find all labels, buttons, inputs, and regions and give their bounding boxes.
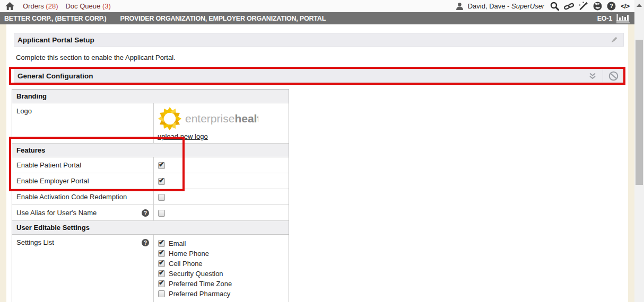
page-title: Applicant Portal Setup xyxy=(18,36,94,44)
home-icon[interactable] xyxy=(5,2,14,11)
help-icon[interactable]: ? xyxy=(142,209,149,217)
enable-patient-portal-row: Enable Patient Portal xyxy=(12,157,289,173)
row-label: Use Alias for User's Name xyxy=(16,209,97,217)
general-configuration-header[interactable]: General Configuration xyxy=(14,69,624,83)
scrollbar-up-arrow-icon[interactable] xyxy=(637,4,642,7)
enterprise-health-logo: enterprisehealth xyxy=(158,106,258,131)
enable-activation-code-label-cell: Enable Activation Code Redemption xyxy=(12,189,154,205)
context-code: EO-1 xyxy=(597,15,612,22)
scrollbar-thumb[interactable] xyxy=(636,40,643,185)
settings-list-value-cell: Email Home Phone Cell Phone Security Que… xyxy=(154,235,289,302)
section-header-actions xyxy=(589,69,623,82)
disable-circle-slash-icon[interactable] xyxy=(608,71,619,81)
enable-patient-portal-value-cell xyxy=(154,157,289,173)
logo-label: Logo xyxy=(16,107,32,115)
setting-option-preferred-time-zone: Preferred Time Zone xyxy=(158,279,284,289)
logo-row: Logo enterpris xyxy=(12,103,289,144)
link-icon[interactable] xyxy=(564,2,574,11)
row-label: Enable Employer Portal xyxy=(16,177,89,185)
checkbox-preferred-pharmacy[interactable] xyxy=(158,290,165,297)
option-label: Email xyxy=(169,239,186,247)
use-alias-label-cell: Use Alias for User's Name ? xyxy=(12,205,154,220)
section-header-divider xyxy=(603,69,603,82)
checkbox-email[interactable] xyxy=(158,240,165,247)
branding-section-header: Branding xyxy=(12,90,289,103)
option-label: Preferred Time Zone xyxy=(169,280,232,288)
orders-count-badge: (28) xyxy=(46,2,58,10)
row-label: Enable Patient Portal xyxy=(16,161,81,169)
vertical-scrollbar[interactable] xyxy=(634,0,644,302)
help-icon[interactable]: ? xyxy=(142,239,149,246)
use-alias-row: Use Alias for User's Name ? xyxy=(12,205,289,221)
nav-orders-label: Orders xyxy=(23,2,44,10)
setting-option-email: Email xyxy=(158,238,284,248)
user-icon xyxy=(456,3,463,10)
settings-list-label-cell: Settings List ? xyxy=(12,235,154,302)
page-title-bar: Applicant Portal Setup xyxy=(14,33,624,47)
setting-option-preferred-pharmacy: Preferred Pharmacy xyxy=(158,289,284,299)
features-section-header: Features xyxy=(12,144,289,157)
checkbox-use-alias[interactable] xyxy=(158,210,165,217)
enable-activation-code-row: Enable Activation Code Redemption xyxy=(12,189,289,205)
svg-text:?: ? xyxy=(610,3,613,9)
code-icon[interactable]: </> xyxy=(621,2,629,10)
logo-label-cell: Logo xyxy=(12,103,154,143)
org-types: PROVIDER ORGANIZATION, EMPLOYER ORGANIZA… xyxy=(120,15,326,22)
section-title: General Configuration xyxy=(18,72,93,80)
svg-text:enterprisehealth: enterprisehealth xyxy=(185,112,258,125)
user-name: David, Dave - xyxy=(468,2,511,10)
checkbox-cell-phone[interactable] xyxy=(158,260,165,267)
use-alias-value-cell xyxy=(154,205,289,220)
wand-icon[interactable] xyxy=(579,2,588,11)
top-bar: Orders (28) Doc Queue (3) David, Dave - … xyxy=(0,0,634,12)
enable-employer-portal-value-cell xyxy=(154,173,289,189)
settings-list-row: Settings List ? Email Home Phone Cell Ph… xyxy=(12,235,289,302)
enable-employer-portal-label-cell: Enable Employer Portal xyxy=(12,173,154,189)
search-icon[interactable] xyxy=(550,2,559,11)
checkbox-security-question[interactable] xyxy=(158,270,165,277)
checkbox-preferred-time-zone[interactable] xyxy=(158,280,165,287)
top-bar-right: David, Dave - SuperUser ? </> xyxy=(456,2,629,11)
checkbox-enable-employer-portal[interactable] xyxy=(158,178,165,185)
nav-doc-queue-label: Doc Queue xyxy=(65,2,100,10)
org-names[interactable]: BETTER CORP., (BETTER CORP.) xyxy=(4,15,107,22)
applicant-portal-config-table: Branding Logo xyxy=(12,89,289,302)
nav-orders[interactable]: Orders (28) xyxy=(23,2,58,10)
setting-option-home-phone: Home Phone xyxy=(158,248,284,259)
current-user[interactable]: David, Dave - SuperUser xyxy=(468,2,545,10)
logo-value-cell: enterprisehealth upload new logo xyxy=(154,103,289,143)
user-role: SuperUser xyxy=(511,2,544,10)
row-label: Enable Activation Code Redemption xyxy=(16,193,127,201)
enable-employer-portal-row: Enable Employer Portal xyxy=(12,173,289,189)
checkbox-enable-activation-code[interactable] xyxy=(158,194,165,201)
help-circle-icon[interactable]: ? xyxy=(607,2,616,11)
row-label: Settings List xyxy=(16,238,54,246)
option-label: Preferred Pharmacy xyxy=(169,290,230,298)
user-editable-settings-header: User Editable Settings xyxy=(12,221,289,235)
organization-bar: BETTER CORP., (BETTER CORP.) PROVIDER OR… xyxy=(0,12,634,24)
nav-doc-queue[interactable]: Doc Queue (3) xyxy=(65,2,110,10)
option-label: Cell Phone xyxy=(169,260,203,268)
setting-option-security-question: Security Question xyxy=(158,269,284,279)
globe-icon[interactable] xyxy=(593,2,602,11)
chevron-double-down-icon[interactable] xyxy=(589,73,596,79)
setting-option-cell-phone: Cell Phone xyxy=(158,259,284,269)
option-label: Home Phone xyxy=(169,250,209,257)
section-intro-text: Complete this section to enable the Appl… xyxy=(16,54,176,61)
option-label: Security Question xyxy=(169,270,223,278)
checkbox-enable-patient-portal[interactable] xyxy=(158,162,165,169)
checkbox-home-phone[interactable] xyxy=(158,250,165,257)
enable-patient-portal-label-cell: Enable Patient Portal xyxy=(12,157,154,173)
org-bar-right: EO-1 xyxy=(597,14,630,23)
doc-queue-count-badge: (3) xyxy=(102,2,111,10)
edit-pencil-icon[interactable] xyxy=(610,36,618,44)
upload-new-logo-link[interactable]: upload new logo xyxy=(158,132,208,140)
enable-activation-code-value-cell xyxy=(154,189,289,205)
bar-chart-icon[interactable] xyxy=(616,14,630,23)
